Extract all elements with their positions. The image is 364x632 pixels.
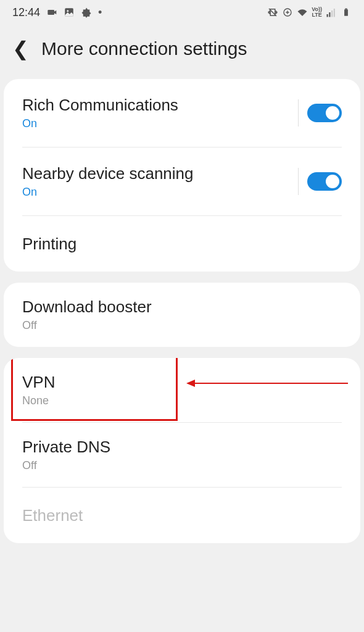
nearby-device-toggle[interactable] [307, 172, 342, 191]
settings-group-2: Download booster Off [4, 283, 360, 347]
vpn-title: VPN [22, 373, 55, 392]
nearby-device-row[interactable]: Nearby device scanning On [4, 148, 360, 215]
camera-icon [46, 7, 57, 18]
svg-rect-8 [344, 9, 348, 15]
svg-point-2 [67, 10, 68, 12]
wifi-icon [297, 7, 308, 18]
annotation-arrow [188, 383, 348, 384]
page-title: More connection settings [41, 38, 247, 59]
download-booster-status: Off [22, 319, 152, 332]
printing-row[interactable]: Printing [4, 216, 360, 272]
image-icon [64, 7, 75, 18]
toggle-divider [298, 168, 299, 195]
header: ❮ More connection settings [0, 25, 364, 79]
rich-communications-row[interactable]: Rich Communications On [4, 79, 360, 147]
private-dns-title: Private DNS [22, 438, 110, 457]
svg-rect-9 [345, 9, 347, 10]
vibrate-icon [267, 7, 278, 18]
puzzle-icon [81, 7, 92, 18]
status-left: 12:44 • [12, 6, 102, 19]
rich-communications-status: On [22, 117, 178, 130]
status-bar: 12:44 • Vo)) LTE [0, 0, 364, 25]
ethernet-row[interactable]: Ethernet [4, 488, 360, 543]
status-time: 12:44 [12, 6, 40, 19]
rich-communications-toggle[interactable] [307, 104, 342, 122]
nearby-device-status: On [22, 186, 194, 199]
toggle-divider [298, 99, 299, 127]
dot-icon: • [98, 6, 102, 19]
download-booster-row[interactable]: Download booster Off [4, 283, 360, 347]
svg-rect-6 [331, 10, 333, 17]
data-saver-icon [282, 7, 293, 18]
download-booster-title: Download booster [22, 297, 152, 317]
rich-communications-title: Rich Communications [22, 96, 178, 115]
svg-rect-4 [327, 14, 328, 17]
svg-rect-5 [329, 12, 330, 17]
signal-icon [326, 7, 337, 18]
battery-icon [341, 7, 352, 18]
nearby-device-title: Nearby device scanning [22, 164, 194, 183]
vpn-row[interactable]: VPN None [4, 358, 360, 422]
status-right: Vo)) LTE [267, 7, 352, 18]
settings-group-1: Rich Communications On Nearby device sca… [4, 79, 360, 272]
private-dns-row[interactable]: Private DNS Off [4, 423, 360, 487]
private-dns-status: Off [22, 459, 110, 472]
vpn-status: None [22, 394, 55, 407]
ethernet-title: Ethernet [22, 506, 83, 525]
back-icon[interactable]: ❮ [12, 37, 29, 60]
svg-rect-0 [48, 10, 54, 15]
settings-group-3: VPN None Private DNS Off Ethernet [4, 358, 360, 543]
volte-icon: Vo)) LTE [312, 7, 322, 18]
printing-title: Printing [22, 235, 77, 254]
svg-rect-7 [334, 9, 335, 17]
